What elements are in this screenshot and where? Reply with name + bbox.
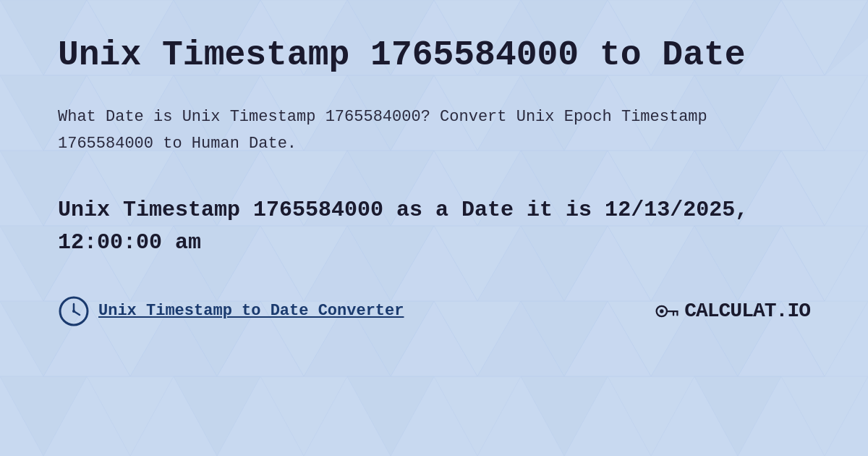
footer: Unix Timestamp to Date Converter CALCULA…: [58, 295, 810, 327]
footer-left[interactable]: Unix Timestamp to Date Converter: [58, 295, 404, 327]
clock-icon: [58, 295, 90, 327]
page-title: Unix Timestamp 1765584000 to Date: [58, 36, 810, 75]
result-section: Unix Timestamp 1765584000 as a Date it i…: [58, 194, 810, 259]
svg-point-110: [72, 310, 75, 313]
svg-point-112: [660, 309, 663, 313]
result-text: Unix Timestamp 1765584000 as a Date it i…: [58, 194, 810, 259]
logo-text: CALCULAT.IO: [684, 300, 810, 322]
logo-area: CALCULAT.IO: [654, 298, 810, 324]
logo-icon: [654, 298, 680, 324]
page-description: What Date is Unix Timestamp 1765584000? …: [58, 104, 810, 158]
footer-link[interactable]: Unix Timestamp to Date Converter: [98, 302, 404, 320]
